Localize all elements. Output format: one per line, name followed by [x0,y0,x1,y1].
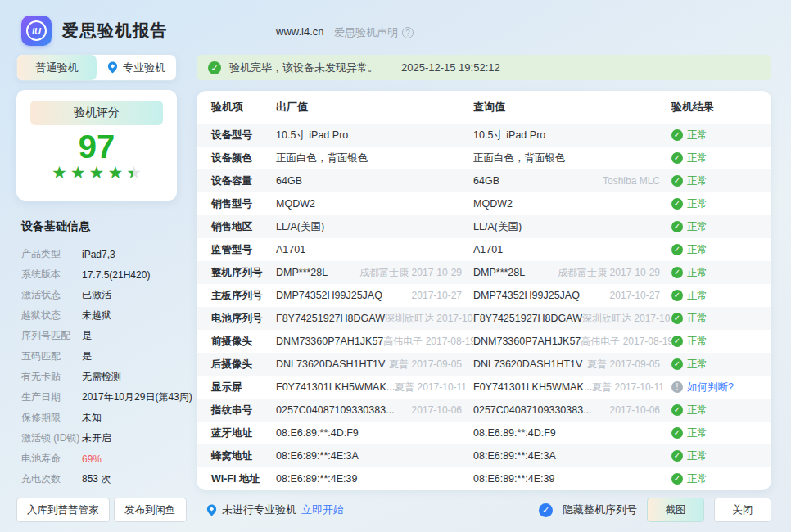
star-rating: ★★★★★ [52,164,142,182]
device-info-row: 序列号匹配是 [21,326,192,346]
footer-right-group: ✓ 隐藏整机序列号 截图 关闭 [539,498,771,522]
factory-value: 0257C04087109330383... [276,404,395,416]
factory-value: F8Y74251927H8DGAW [276,313,385,324]
query-extra-info: 2017-10-27 [610,290,671,301]
query-value: 10.5寸 iPad Pro [473,128,545,142]
result-banner: ✓ 验机完毕，该设备未发现异常。 2025-12-15 19:52:12 [197,55,771,80]
row-result-cell: ✓正常 [671,335,771,349]
device-info-label: 有无卡贴 [21,370,82,384]
device-info-value: 17.7.5(21H420) [82,269,150,281]
result-normal-label: 正常 [687,335,707,349]
row-item-label: 整机序列号 [197,266,276,280]
check-circle-icon: ✓ [671,473,683,485]
table-row: 销售地区LL/A(美国)LL/A(美国)✓正常 [197,215,771,238]
star-icon: ★ [52,164,67,182]
check-circle-icon: ✓ [671,198,683,210]
device-info-value: 是 [82,349,92,363]
start-now-link[interactable]: 立即开始 [301,503,344,517]
device-info-value: 未越狱 [82,309,111,322]
row-result-cell: ✓正常 [671,151,771,165]
question-circle-icon[interactable]: ? [402,27,414,38]
pro-check-note: 未进行专业验机 立即开始 [206,498,344,522]
check-circle-icon: ✓ [671,313,683,324]
pro-check-text: 未进行专业验机 [222,503,296,517]
hide-serial-checkbox[interactable]: ✓ [539,503,553,517]
device-info-value: iPad7,3 [82,249,115,260]
row-factory-cell: 08:E6:89:**:4E:39 [276,473,473,485]
table-row: 整机序列号DMP***28L成都富士康 2017-10-29DMP***28L成… [197,261,771,284]
result-normal-label: 正常 [687,404,707,417]
check-circle-icon: ✓ [671,336,683,347]
warehouse-button[interactable]: 入库到普普管家 [16,498,110,522]
device-info-value: 未开启 [82,431,111,445]
site-url: www.i4.cn [276,25,324,38]
query-value: 0257C04087109330383... [473,404,592,416]
check-circle-icon: ✓ [671,244,683,255]
check-badge-icon: ✓ [208,61,221,74]
row-factory-cell: F0Y741301LKH5WMAK...夏普 2017-10-11 [276,381,473,394]
row-factory-cell: 10.5寸 iPad Pro [276,128,473,142]
row-factory-cell: DNL73620DASH1HT1V夏普 2017-09-05 [276,358,473,372]
query-value: DNM73360P7AH1JK57 [473,336,581,347]
tab-normal-label: 普通验机 [36,61,79,75]
row-query-cell: 正面白色，背面银色 [473,151,671,165]
device-info-value: 69% [82,453,102,465]
close-button[interactable]: 关闭 [714,498,771,522]
query-extra-info: 高伟电子 2017-08-19 [581,335,671,349]
row-query-cell: DNL73620DASH1HT1V夏普 2017-09-05 [473,358,671,372]
check-circle-icon: ✓ [671,427,683,439]
statement-link[interactable]: 爱思验机声明 ? [334,25,414,40]
header-query: 查询值 [473,100,671,115]
result-normal-label: 正常 [687,426,707,440]
device-info-row: 生产日期2017年10月29日(第43周) [21,387,192,408]
verification-table: 验机项 出厂值 查询值 验机结果 设备型号10.5寸 iPad Pro10.5寸… [197,91,771,490]
factory-value: 08:E6:89:**:4E:3A [276,450,359,462]
row-item-label: Wi-Fi 地址 [197,472,276,486]
row-result-cell: ✓正常 [671,197,771,211]
query-value: DMP***28L [473,267,525,278]
statement-label: 爱思验机声明 [334,25,398,40]
row-item-label: 销售地区 [197,220,276,234]
table-row: 设备容量64GB64GBToshiba MLC✓正常 [197,169,771,192]
factory-extra-info: 夏普 2017-09-05 [389,358,473,372]
tab-pro-verify[interactable]: 专业验机 [97,55,176,80]
page-title: 爱思验机报告 [62,20,168,42]
how-to-judge-link[interactable]: 如何判断? [687,381,734,394]
row-result-cell: ✓正常 [671,128,771,142]
check-circle-icon: ✓ [671,175,683,187]
table-row: 后摄像头DNL73620DASH1HT1V夏普 2017-09-05DNL736… [197,353,771,376]
device-info-title: 设备基础信息 [21,219,192,234]
query-value: 08:E6:89:**:4D:F9 [473,427,556,439]
i4-logo-icon: iU [21,16,52,46]
factory-value: F0Y741301LKH5WMAK... [276,381,395,393]
result-normal-label: 正常 [687,449,707,463]
device-info-row: 电池寿命69% [21,449,192,469]
row-result-cell: ✓正常 [671,289,771,303]
device-info-label: 系统版本 [21,268,82,282]
tab-normal-verify[interactable]: 普通验机 [17,55,97,80]
score-card-title: 验机评分 [30,101,163,125]
row-query-cell: 0257C04087109330383...2017-10-06 [473,404,671,416]
table-row: 销售型号MQDW2MQDW2✓正常 [197,192,771,215]
row-result-cell: ✓正常 [671,426,771,440]
result-normal-label: 正常 [687,243,707,257]
result-normal-label: 正常 [687,472,707,486]
table-row: 前摄像头DNM73360P7AH1JK57高伟电子 2017-08-19DNM7… [197,330,771,353]
screenshot-button[interactable]: 截图 [647,498,704,522]
row-factory-cell: LL/A(美国) [276,220,473,234]
brand: iU 爱思验机报告 [21,16,168,46]
row-item-label: 蓝牙地址 [197,426,276,440]
row-item-label: 显示屏 [197,381,276,394]
query-value: DNL73620DASH1HT1V [473,358,582,370]
row-result-cell: ✓正常 [671,449,771,463]
row-query-cell: F0Y741301LKH5WMAK...夏普 2017-10-11 [473,381,671,394]
query-value: 08:E6:89:**:4E:3A [473,450,556,462]
header-result: 验机结果 [671,100,771,115]
device-info-value: 无需检测 [82,370,121,384]
publish-xianyu-button[interactable]: 发布到闲鱼 [114,498,187,522]
device-info-row: 越狱状态未越狱 [21,305,192,326]
result-normal-label: 正常 [687,289,707,303]
banner-timestamp: 2025-12-15 19:52:12 [401,61,500,74]
device-info-value: 853 次 [82,472,111,486]
query-value: 64GB [473,175,499,187]
